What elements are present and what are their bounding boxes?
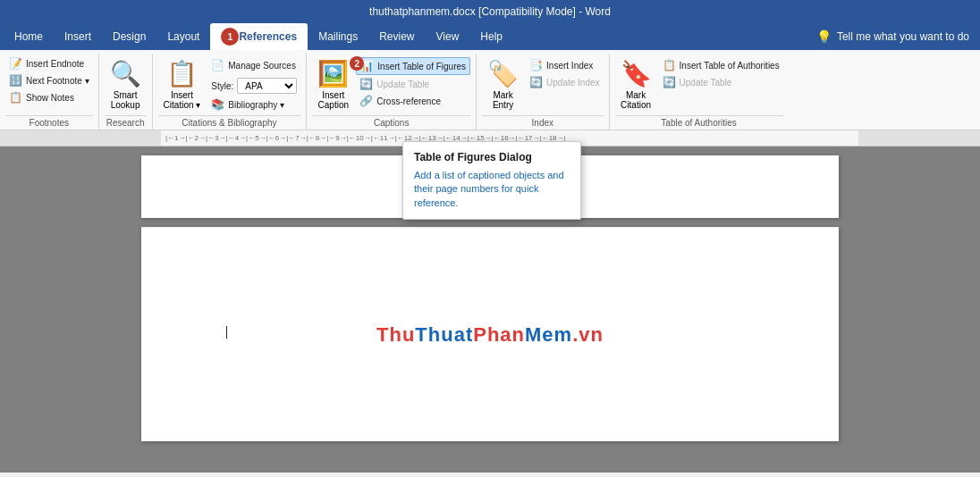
index-group: 🏷️ MarkEntry 📑 Insert Index 🔄 Update Ind…: [477, 54, 610, 130]
tab-references[interactable]: 1 References: [210, 23, 308, 50]
tab-review[interactable]: Review: [368, 23, 425, 50]
insert-citation-button[interactable]: 📋 InsertCitation ▾: [158, 55, 207, 113]
search-area: 💡 Tell me what you want to do: [816, 23, 980, 50]
captions-group: 🖼️ InsertCaption 2 📊 Insert Table of Fig…: [307, 54, 477, 130]
watermark-thu: Thu: [376, 323, 415, 346]
insert-citation-label: InsertCitation ▾: [164, 90, 201, 110]
footnotes-label: Footnotes: [5, 115, 93, 130]
update-table-captions-button[interactable]: 🔄 Update Table: [356, 76, 470, 92]
style-label: Style:: [211, 81, 233, 91]
mark-citation-icon: 🔖: [621, 59, 652, 88]
watermark-text: ThuThuatPhanMem.vn: [376, 323, 604, 347]
tab-references-label: References: [239, 30, 297, 43]
update-index-icon: 🔄: [529, 76, 543, 88]
insert-caption-button[interactable]: 🖼️ InsertCaption: [312, 55, 354, 113]
search-icon: 🔍: [110, 59, 141, 88]
citations-section: 📋 InsertCitation ▾ 📄 Manage Sources Styl…: [158, 55, 301, 115]
watermark-mem: Mem: [525, 323, 572, 346]
authorities-icon: 📋: [663, 59, 676, 71]
research-label: Research: [105, 115, 147, 130]
page-main[interactable]: ThuThuatPhanMem.vn: [141, 227, 839, 441]
endnote-icon: 📝: [9, 57, 22, 70]
insert-index-icon: 📑: [529, 59, 543, 71]
index-label: Index: [482, 115, 604, 130]
watermark-thuat: Thuat: [415, 323, 473, 346]
style-row: Style: APA MLA Chicago: [207, 76, 300, 96]
index-section: 🏷️ MarkEntry 📑 Insert Index 🔄 Update Ind…: [482, 55, 604, 115]
update-table-authorities-label: Update Table: [680, 78, 732, 88]
mark-entry-button[interactable]: 🏷️ MarkEntry: [482, 55, 524, 113]
shownotes-icon: 📋: [9, 91, 22, 104]
insert-caption-label: InsertCaption: [318, 90, 349, 110]
footnote-icon: 🔢: [9, 74, 22, 87]
show-notes-button[interactable]: 📋 Show Notes: [5, 89, 93, 105]
mark-citation-label: MarkCitation: [621, 90, 651, 110]
update-index-button[interactable]: 🔄 Update Index: [526, 74, 604, 90]
manage-sources-button[interactable]: 📄 Manage Sources: [207, 57, 300, 73]
tab-help[interactable]: Help: [469, 23, 513, 50]
references-badge: 1: [221, 28, 239, 46]
text-cursor: [226, 326, 227, 339]
cross-reference-button[interactable]: 🔗 Cross-reference: [356, 93, 470, 109]
captions-right-column: 2 📊 Insert Table of Figures 🔄 Update Tab…: [356, 57, 470, 113]
mark-entry-icon: 🏷️: [487, 59, 519, 88]
cross-reference-icon: 🔗: [359, 95, 373, 107]
tab-layout[interactable]: Layout: [156, 23, 210, 50]
update-index-label: Update Index: [546, 78, 600, 88]
ribbon: 📝 Insert Endnote 🔢 Next Footnote ▾ 📋 Sho…: [0, 50, 980, 130]
insert-table-of-authorities-button[interactable]: 📋 Insert Table of Authorities: [659, 57, 783, 73]
document-area: ThuThuatPhanMem.vn Table of Figures Dial…: [0, 146, 980, 473]
caption-icon: 🖼️: [317, 59, 349, 88]
update-captions-icon: 🔄: [359, 78, 373, 90]
research-group: 🔍 SmartLookup Research: [99, 54, 153, 130]
show-notes-label: Show Notes: [26, 93, 74, 103]
tab-home[interactable]: Home: [4, 23, 54, 50]
mark-citation-button[interactable]: 🔖 MarkCitation: [615, 55, 657, 113]
tab-mailings[interactable]: Mailings: [308, 23, 368, 50]
title-bar: thuthatphanmem.docx [Compatibility Mode]…: [0, 0, 980, 23]
lightbulb-icon: 💡: [816, 29, 832, 44]
captions-label: Captions: [312, 115, 470, 130]
mark-entry-label: MarkEntry: [493, 90, 513, 110]
bibliography-label: Bibliography ▾: [228, 100, 284, 110]
tab-design[interactable]: Design: [102, 23, 156, 50]
next-footnote-button[interactable]: 🔢 Next Footnote ▾: [5, 72, 93, 88]
authorities-label: Table of Authorities: [615, 115, 783, 130]
smart-lookup-button[interactable]: 🔍 SmartLookup: [105, 55, 147, 113]
watermark-phan: Phan: [473, 323, 525, 346]
citations-right-column: 📄 Manage Sources Style: APA MLA Chicago …: [207, 57, 300, 113]
citations-group: 📋 InsertCitation ▾ 📄 Manage Sources Styl…: [153, 54, 308, 130]
tab-view[interactable]: View: [426, 23, 470, 50]
tooltip-body: Add a list of captioned objects and thei…: [414, 169, 570, 210]
update-table-authorities-button[interactable]: 🔄 Update Table: [659, 74, 783, 90]
update-table-captions-label: Update Table: [376, 80, 429, 89]
style-select[interactable]: APA MLA Chicago: [237, 78, 297, 94]
insert-index-button[interactable]: 📑 Insert Index: [526, 57, 604, 73]
next-footnote-label: Next Footnote ▾: [26, 76, 89, 86]
manage-sources-label: Manage Sources: [228, 61, 296, 71]
insert-table-of-authorities-label: Insert Table of Authorities: [680, 61, 780, 71]
insert-table-of-figures-button[interactable]: 2 📊 Insert Table of Figures: [356, 57, 470, 75]
authorities-group: 🔖 MarkCitation 📋 Insert Table of Authori…: [610, 54, 789, 130]
footnotes-group: 📝 Insert Endnote 🔢 Next Footnote ▾ 📋 Sho…: [0, 54, 99, 130]
insert-table-of-figures-label: Insert Table of Figures: [377, 62, 466, 71]
citations-label: Citations & Bibliography: [158, 115, 301, 130]
research-section: 🔍 SmartLookup: [105, 55, 147, 115]
captions-section: 🖼️ InsertCaption 2 📊 Insert Table of Fig…: [312, 55, 470, 115]
search-label: Tell me what you want to do: [837, 30, 969, 43]
watermark-vn: .vn: [572, 323, 604, 346]
authorities-right-column: 📋 Insert Table of Authorities 🔄 Update T…: [659, 57, 783, 113]
manage-sources-icon: 📄: [211, 59, 224, 71]
insert-endnote-label: Insert Endnote: [26, 59, 84, 69]
title-text: thuthatphanmem.docx [Compatibility Mode]…: [369, 5, 611, 18]
tooltip-popup: Table of Figures Dialog Add a list of ca…: [402, 146, 581, 220]
update-authorities-icon: 🔄: [663, 76, 676, 88]
citation-icon: 📋: [166, 59, 198, 88]
footnotes-section: 📝 Insert Endnote 🔢 Next Footnote ▾ 📋 Sho…: [5, 55, 93, 115]
tab-insert[interactable]: Insert: [54, 23, 102, 50]
smart-lookup-label: SmartLookup: [111, 90, 140, 110]
bibliography-button[interactable]: 📚 Bibliography ▾: [207, 96, 300, 113]
cross-reference-label: Cross-reference: [376, 96, 441, 106]
menu-bar: Home Insert Design Layout 1 References M…: [0, 23, 980, 50]
insert-endnote-button[interactable]: 📝 Insert Endnote: [5, 55, 93, 71]
